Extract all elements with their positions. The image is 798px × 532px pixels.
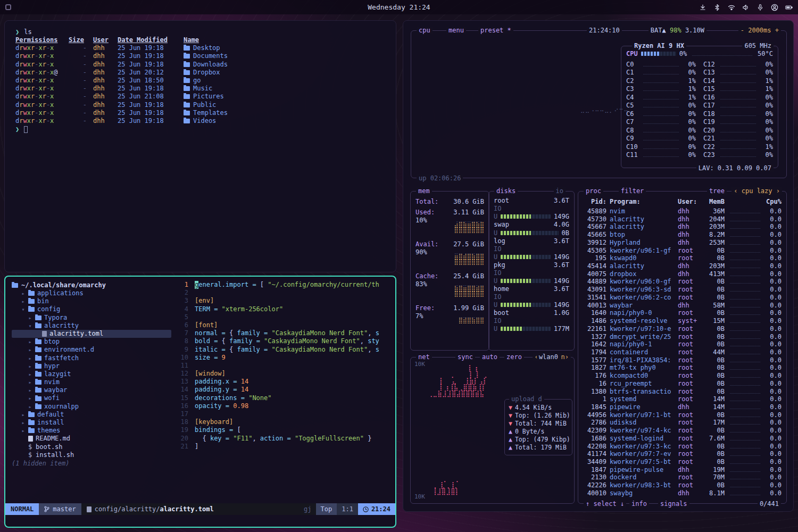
net-sync-button[interactable]: sync xyxy=(455,353,475,361)
process-row[interactable]: 42226kworker/u98:3-btroot0B0.0 xyxy=(583,481,782,489)
workspace-indicator[interactable] xyxy=(5,4,11,10)
volume-icon[interactable] xyxy=(742,4,750,11)
process-row[interactable]: 39912Hyprlanddhh253M0.0 xyxy=(583,239,782,246)
battery-icon[interactable] xyxy=(785,4,793,11)
process-row[interactable]: 41174kworker/u97:7-evroot0B0.0 xyxy=(583,450,782,458)
tree-item-hypr[interactable]: ▸hypr xyxy=(12,362,171,370)
process-row[interactable]: 45414alacrittydhh203M0.0 xyxy=(583,262,782,270)
tree-item-alacritty.toml[interactable]: alacritty.toml xyxy=(12,330,171,338)
process-row[interactable]: 195kswapd0root0B0.0 xyxy=(583,254,782,262)
tree-toggle[interactable]: tree xyxy=(707,187,727,195)
proc-box-title[interactable]: proc xyxy=(584,187,603,195)
code-line[interactable]: 11 xyxy=(177,362,395,370)
net-next-button[interactable]: n› xyxy=(559,353,571,361)
tree-item-alacritty[interactable]: ▾alacritty xyxy=(12,322,171,330)
tree-item-xournalpp[interactable]: ▸xournalpp xyxy=(12,403,171,411)
process-row[interactable]: 45730alacrittydhh204M0.0 xyxy=(583,215,782,223)
process-row[interactable]: 45889nvimdhh36M0.0 xyxy=(583,207,782,215)
process-row[interactable]: 1systemdroot14M0.0 xyxy=(583,395,782,403)
tree-item-btop[interactable]: ▸btop xyxy=(12,338,171,346)
process-row[interactable]: 1486systemd-resolvesyst+15M0.0 xyxy=(583,317,782,325)
process-row[interactable]: 1577irq/81-PIXA3854:root0B0.0 xyxy=(583,356,782,364)
proc-header-cell[interactable] xyxy=(728,198,762,206)
proc-header-cell[interactable]: MemB xyxy=(703,198,725,206)
process-row[interactable]: 1327dmcrypt_write/25root0B0.0 xyxy=(583,333,782,340)
code-line[interactable]: 21] xyxy=(177,443,395,451)
tree-item-waybar[interactable]: ▸waybar xyxy=(12,386,171,394)
code-line[interactable]: 7normal = { family = "CaskaydiaMono Nerd… xyxy=(177,329,395,337)
tree-item-wofi[interactable]: ▸wofi xyxy=(12,394,171,402)
prompt-line-2[interactable]: ❯ xyxy=(15,125,390,134)
process-row[interactable]: 1827mt76-tx phy0root0B0.0 xyxy=(583,364,782,371)
tree-item-fastfetch[interactable]: ▸fastfetch xyxy=(12,354,171,362)
preset-button[interactable]: preset * xyxy=(478,27,513,34)
code-line[interactable]: 20 { key = "F11", action = "ToggleFullsc… xyxy=(177,435,395,443)
wifi-icon[interactable] xyxy=(728,4,735,11)
net-box-title[interactable]: net xyxy=(416,353,432,361)
tree-item-boot.sh[interactable]: $boot.sh xyxy=(12,443,171,451)
process-row[interactable]: 1847pipewire-pulsedhh19M0.0 xyxy=(583,466,782,473)
code-line[interactable]: 1general.import = [ "~/.config/omarchy/c… xyxy=(177,281,395,289)
code-line[interactable]: 4TERM = "xterm-256color" xyxy=(177,305,395,313)
process-row[interactable]: 44956kworker/u97:1-btroot0B0.0 xyxy=(583,411,782,419)
mem-box-title[interactable]: mem xyxy=(416,187,432,195)
tree-item-bin[interactable]: ▸bin xyxy=(12,297,171,305)
process-row[interactable]: 40010swaybgdhh8.1M0.0 xyxy=(583,489,782,497)
process-row[interactable]: 40075dropboxdhh413M0.0 xyxy=(583,270,782,278)
code-line[interactable]: 13padding.x = 14 xyxy=(177,378,395,386)
refresh-interval[interactable]: - 2000ms + xyxy=(738,27,781,34)
signals-button[interactable]: signals xyxy=(658,500,689,508)
process-row[interactable]: 45667alacrittydhh203M0.0 xyxy=(583,223,782,230)
select-buttons[interactable]: ↑ select ↓ xyxy=(584,500,626,508)
sort-selector[interactable]: ‹ cpu lazy › xyxy=(732,187,782,195)
code-line[interactable]: 14padding.y = 14 xyxy=(177,386,395,394)
process-row[interactable]: 16rcu_preemptroot0B0.0 xyxy=(583,380,782,387)
proc-header-cell[interactable]: Program: xyxy=(610,198,675,206)
process-row[interactable]: 1794containerdroot44M0.0 xyxy=(583,348,782,356)
proc-header-cell[interactable]: User: xyxy=(678,198,700,206)
download-icon[interactable] xyxy=(699,4,706,11)
process-row[interactable]: 34409kworker/u97:5-btroot0B0.0 xyxy=(583,458,782,466)
tree-item-nvim[interactable]: ▸nvim xyxy=(12,378,171,386)
process-row[interactable]: 43091kworker/u96:3-sdroot0B0.0 xyxy=(583,286,782,293)
process-row[interactable]: 1686systemd-logindroot7.6M0.0 xyxy=(583,435,782,442)
code-line[interactable]: 19bindings = [ xyxy=(177,426,395,434)
net-zero-button[interactable]: zero xyxy=(504,353,524,361)
process-row[interactable]: 40013waybardhh58M0.0 xyxy=(583,302,782,309)
process-row[interactable]: 1845pipewiredhh14M0.0 xyxy=(583,403,782,411)
process-row[interactable]: 2786udisksdroot17M0.0 xyxy=(583,419,782,426)
net-auto-button[interactable]: auto xyxy=(480,353,500,361)
proc-header-cell[interactable]: Cpu% xyxy=(766,198,782,206)
code-pane[interactable]: 1general.import = [ "~/.config/omarchy/c… xyxy=(177,281,395,502)
code-line[interactable]: 16opacity = 0.98 xyxy=(177,402,395,410)
tree-item-README.md[interactable]: README.md xyxy=(12,435,171,443)
process-row[interactable]: 44889kworker/u96:0-gfroot0B0.0 xyxy=(583,278,782,285)
process-row[interactable]: 45665btopdhh8.2M0.0 xyxy=(583,231,782,238)
tree-item-config[interactable]: ▾config xyxy=(12,305,171,313)
tree-item-environment.d[interactable]: ▸environment.d xyxy=(12,346,171,354)
user-icon[interactable] xyxy=(771,4,778,11)
disks-box-title[interactable]: disks xyxy=(494,187,518,195)
code-line[interactable]: 17 xyxy=(177,410,395,418)
code-line[interactable]: 6[font] xyxy=(177,321,395,329)
info-button[interactable]: info xyxy=(629,500,649,508)
process-row[interactable]: 1380btrfs-transactioroot0B0.0 xyxy=(583,388,782,395)
code-line[interactable]: 12[window] xyxy=(177,370,395,378)
tree-item-themes[interactable]: ▸themes xyxy=(12,427,171,435)
proc-header-cell[interactable]: Pid: xyxy=(583,198,606,206)
process-row[interactable]: 1642napi/phy0-1root0B0.0 xyxy=(583,340,782,348)
process-row[interactable]: 22161kworker/u97:10-eroot0B0.0 xyxy=(583,325,782,332)
process-row[interactable]: 2130dockerdroot70M0.0 xyxy=(583,473,782,481)
process-row[interactable]: 45305kworker/u96:1-gfroot0B0.0 xyxy=(583,247,782,254)
code-line[interactable]: 2 xyxy=(177,289,395,297)
tree-item-Typora[interactable]: ▸Typora xyxy=(12,314,171,322)
code-line[interactable]: 9italic = { family = "CaskaydiaMono Nerd… xyxy=(177,346,395,354)
filter-button[interactable]: filter xyxy=(619,187,646,195)
process-row[interactable]: 42309kworker/u97:4-kcroot0B0.0 xyxy=(583,427,782,434)
code-line[interactable]: 5 xyxy=(177,313,395,321)
code-line[interactable]: 10size = 9 xyxy=(177,354,395,362)
tree-item-install.sh[interactable]: $install.sh xyxy=(12,451,171,459)
process-row[interactable]: 31541kworker/u96:2-coroot0B0.0 xyxy=(583,294,782,301)
code-line[interactable]: 15decorations = "None" xyxy=(177,394,395,402)
bluetooth-icon[interactable] xyxy=(713,4,721,11)
